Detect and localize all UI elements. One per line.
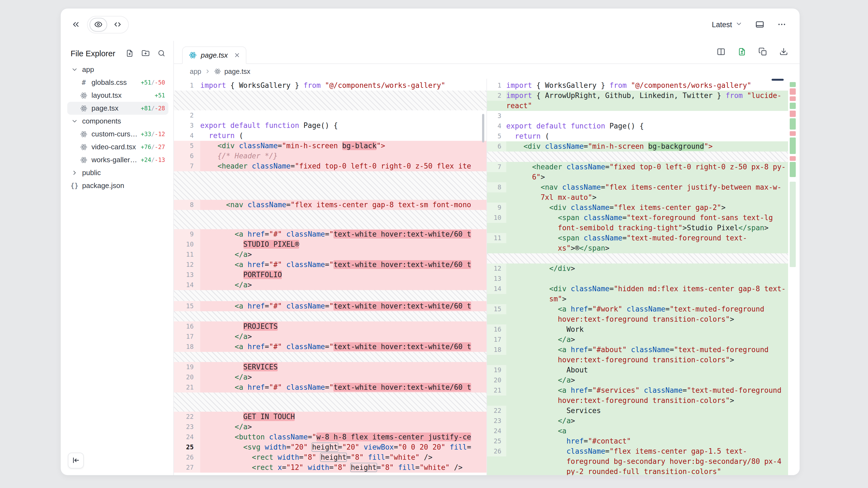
diff-line[interactable]: 26 <rect width="8" height="8" fill="whit… (174, 452, 487, 462)
diff-line[interactable]: 9 <a href="#" className="text-white hove… (174, 229, 487, 239)
collapsed-region[interactable] (174, 392, 487, 412)
diff-line[interactable]: 9 <div className="flex items-center gap-… (487, 202, 788, 213)
diff-line[interactable]: 26 className="flex items-center gap-1.5 … (487, 446, 788, 475)
breadcrumb-file[interactable]: page.tsx (224, 67, 250, 75)
minimap-viewport-indicator[interactable] (772, 79, 784, 81)
diff-line[interactable]: 6 <div className="min-h-screen bg-backgr… (487, 141, 788, 152)
diff-line[interactable]: 21 <a href="#services" className="text-m… (487, 385, 788, 406)
diff-line[interactable]: 20 </a> (487, 375, 788, 385)
line-number: 12 (174, 260, 200, 270)
diff-line[interactable]: 15 <a href="#" className="text-white hov… (174, 301, 487, 311)
react-icon (80, 91, 88, 100)
jump-to-first-change-button[interactable] (68, 453, 84, 468)
collapsed-region[interactable] (174, 290, 487, 301)
folder-item-app[interactable]: app (67, 63, 168, 76)
collapsed-region[interactable] (174, 210, 487, 229)
diff-line[interactable]: 5 return ( (487, 131, 788, 141)
code-toggle-button[interactable] (109, 18, 126, 32)
diff-line[interactable]: 7 <header className="fixed top-0 left-0 … (174, 161, 487, 171)
diff-line[interactable]: 11 <span className="text-muted-foregroun… (487, 233, 788, 253)
diff-line[interactable]: 17 </a> (174, 331, 487, 342)
diff-line[interactable]: 18 <a href="#" className="text-white hov… (174, 342, 487, 352)
diff-line[interactable]: 21 <a href="#" className="text-white hov… (174, 382, 487, 392)
collapsed-region[interactable] (487, 253, 788, 263)
diff-line[interactable]: 8 <nav className="flex items-center just… (487, 182, 788, 202)
download-button[interactable] (779, 47, 788, 57)
new-folder-button[interactable] (142, 49, 150, 58)
diff-line[interactable]: 23 </a> (487, 416, 788, 426)
diff-line[interactable]: 4export default function Page() { (487, 121, 788, 131)
file-item-works-galler-[interactable]: works-galler…+24/-13 (67, 154, 168, 166)
folder-item-public[interactable]: public (67, 166, 168, 179)
diff-line[interactable]: 14 </a> (174, 280, 487, 290)
diff-line[interactable]: 13 (487, 274, 788, 284)
open-preview-window-button[interactable] (755, 20, 765, 30)
diff-line[interactable]: 16 PROJECTS (174, 321, 487, 331)
search-files-button[interactable] (157, 49, 166, 58)
diff-line[interactable]: 18 <a href="#about" className="text-mute… (487, 345, 788, 365)
diff-line[interactable]: 3 (487, 111, 788, 121)
tab-page-tsx[interactable]: page.tsx (182, 46, 246, 64)
diff-line[interactable]: 2import { ArrowUpRight, Github, Linkedin… (487, 91, 788, 111)
diff-line[interactable]: 23 </a> (174, 422, 487, 432)
diff-line[interactable]: 24 <button className="w-8 h-8 flex items… (174, 432, 487, 442)
diff-line[interactable]: 12 <a href="#" className="text-white hov… (174, 260, 487, 270)
folder-item-components[interactable]: components (67, 115, 168, 128)
collapsed-region[interactable] (174, 91, 487, 110)
diff-line[interactable]: 1import { WorksGallery } from "@/compone… (487, 80, 788, 91)
file-item-custom-curs-[interactable]: custom-curs…+33/-12 (67, 128, 168, 140)
preview-toggle-button[interactable] (90, 18, 107, 32)
diff-line[interactable]: 12 </div> (487, 263, 788, 274)
diff-line[interactable]: 22 GET IN TOUCH (174, 412, 487, 422)
diff-line[interactable]: 6 {/* Header */} (174, 151, 487, 161)
line-number: 25 (487, 436, 506, 446)
diff-line[interactable]: 25 <svg width="20" height="20" viewBox="… (174, 442, 487, 452)
copy-code-button[interactable] (758, 47, 767, 57)
collapsed-region[interactable] (487, 152, 788, 162)
diff-line[interactable]: 24 <a (487, 426, 788, 436)
diff-line[interactable]: 1import { WorksGallery } from "@/compone… (174, 80, 487, 91)
diff-line[interactable]: 4 return ( (174, 131, 487, 141)
file-item-globals-css[interactable]: #globals.css+51/-50 (67, 76, 168, 89)
split-view-button[interactable] (717, 47, 725, 57)
diff-line[interactable]: 3export default function Page() { (174, 121, 487, 131)
collapsed-region[interactable] (174, 352, 487, 362)
code-text: </div> (506, 263, 788, 274)
diff-line[interactable]: 10 STUDIO PIXEL® (174, 239, 487, 250)
collapsed-region[interactable] (174, 171, 487, 200)
version-dropdown[interactable]: Latest (712, 20, 742, 29)
diff-line[interactable]: 16 Work (487, 324, 788, 334)
more-options-button[interactable] (777, 20, 786, 30)
diff-line[interactable]: 14 <div className="hidden md:flex items-… (487, 284, 788, 304)
diff-line[interactable]: 20 </a> (174, 372, 487, 382)
view-diff-button[interactable] (738, 47, 746, 57)
diff-line[interactable]: 17 </a> (487, 334, 788, 345)
file-item-layout-tsx[interactable]: layout.tsx+51 (67, 89, 168, 102)
file-item-package-json[interactable]: {}package.json (67, 179, 168, 192)
diff-line[interactable]: 19 About (487, 365, 788, 375)
collapsed-region[interactable] (174, 311, 487, 321)
diff-line[interactable]: 10 <span className="text-foreground font… (487, 213, 788, 233)
file-item-page-tsx[interactable]: page.tsx+81/-28 (67, 102, 168, 115)
code-icon (114, 20, 122, 29)
diff-line[interactable]: 27 <rect x="12" width="8" height="8" fil… (174, 462, 487, 473)
collapse-sidebar-button[interactable] (71, 20, 81, 30)
diff-line[interactable]: 13 PORTFOLIO (174, 270, 487, 280)
diff-line[interactable]: 8 <nav className="flex items-center gap-… (174, 200, 487, 210)
diff-line[interactable]: 25 href="#contact" (487, 436, 788, 446)
diff-line[interactable]: 22 Services (487, 406, 788, 416)
code-text: <a href="#work" className="text-muted-fo… (506, 304, 788, 324)
close-icon[interactable] (234, 52, 240, 59)
diff-line[interactable]: 2 (174, 110, 487, 121)
breadcrumb-path[interactable]: app (190, 67, 202, 75)
diff-line[interactable]: 5 <div className="min-h-screen bg-black"… (174, 141, 487, 151)
diff-line[interactable]: 11 </a> (174, 250, 487, 260)
minimap-mark (790, 96, 796, 101)
file-item-video-card-tsx[interactable]: video-card.tsx+76/-27 (67, 140, 168, 154)
diff-line[interactable]: 15 <a href="#work" className="text-muted… (487, 304, 788, 324)
new-file-button[interactable] (126, 49, 134, 58)
vertical-scrollbar-thumb[interactable] (482, 114, 484, 142)
diff-minimap[interactable] (788, 79, 800, 475)
diff-line[interactable]: 7 <header className="fixed top-0 left-0 … (487, 162, 788, 182)
diff-line[interactable]: 19 SERVICES (174, 362, 487, 372)
